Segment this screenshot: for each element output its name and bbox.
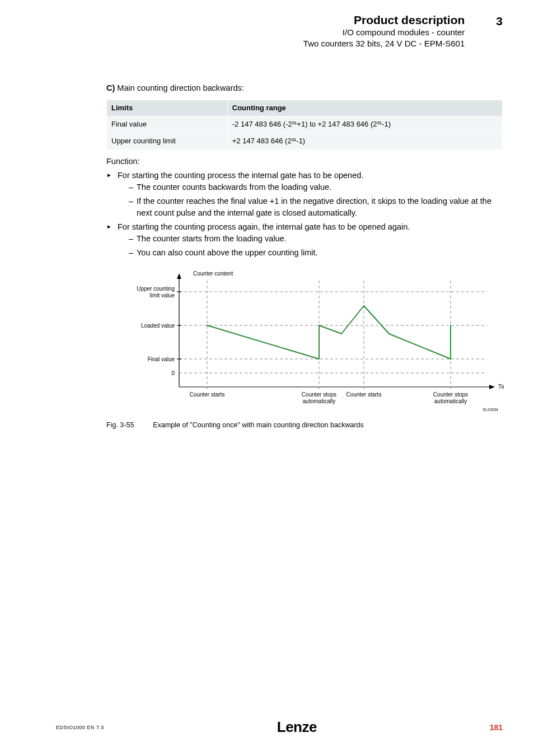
bullet-main: For starting the counting process the in… [118, 171, 363, 180]
page-header: Product description I/O compound modules… [56, 13, 503, 50]
chart-ylabel-title: Counter content [193, 270, 233, 277]
function-label: Function: [106, 156, 503, 167]
table-header-range: Counting range [227, 100, 502, 116]
lenze-logo: Lenze [277, 718, 317, 736]
figure-3-55: Counter content Upper counting limit val… [106, 267, 503, 430]
bullet-sub: The counter counts backwards from the lo… [129, 181, 503, 193]
footer-doc-id: EDSIO1000 EN 7.0 [56, 725, 104, 730]
section-c-heading: C) Main counting direction backwards: [106, 82, 503, 94]
svg-marker-1 [177, 273, 181, 279]
bullet-sub: The counter starts from the loading valu… [129, 233, 503, 245]
function-bullets: For starting the counting process the in… [106, 170, 503, 259]
chart-ylabel-upper-line1: Upper counting [137, 286, 175, 292]
figure-caption-text: Example of "Counting once" with main cou… [153, 420, 363, 430]
header-title: Product description [303, 13, 465, 27]
section-c-label: C) [106, 83, 115, 92]
chart-ylabel-loaded: Loaded value [141, 323, 175, 329]
header-subtitle-1: I/O compound modules - counter [303, 27, 465, 38]
header-chapter-number: 3 [496, 15, 503, 28]
figure-caption: Fig. 3-55 Example of "Counting once" wit… [106, 420, 503, 430]
bullet-sub: If the counter reaches the final value +… [129, 195, 503, 219]
bullet-item: For starting the counting process again,… [106, 221, 503, 259]
table-row: Upper counting limit +2 147 483 646 (2³¹… [107, 133, 503, 150]
table-header-limits: Limits [107, 100, 228, 116]
bullet-item: For starting the counting process the in… [106, 170, 503, 219]
header-subtitle-2: Two counters 32 bits, 24 V DC - EPM-S601 [303, 38, 465, 49]
page-number: 181 [490, 723, 503, 732]
chart-ylabel-final: Final value [148, 356, 175, 362]
chart-ylabel-zero: 0 [171, 370, 175, 376]
chart-event-stop1-l2: automatically [303, 398, 335, 404]
chart-event-stop1-l1: Counter stops [302, 391, 336, 398]
table-cell-range: -2 147 483 646 (-2³¹+1) to +2 147 483 64… [227, 116, 502, 133]
chart-event-start2: Counter starts [346, 391, 382, 398]
section-c-text: Main counting direction backwards: [115, 83, 244, 92]
limits-table: Limits Counting range Final value -2 147… [106, 100, 503, 151]
chart-xlabel-time: Time [498, 384, 504, 390]
chart-ylabel-upper-line2: limit value [150, 292, 175, 298]
chart-event-stop2-l2: automatically [434, 398, 467, 404]
table-cell-range: +2 147 483 646 (2³¹-1) [227, 133, 502, 150]
figure-caption-number: Fig. 3-55 [106, 420, 134, 430]
chart-event-stop2-l1: Counter stops [433, 391, 468, 398]
main-content: C) Main counting direction backwards: Li… [56, 82, 503, 431]
chart-svg: Counter content Upper counting limit val… [106, 267, 504, 412]
bullet-main: For starting the counting process again,… [118, 222, 410, 231]
chart-event-start1: Counter starts [190, 391, 225, 398]
table-cell-limit: Final value [107, 116, 228, 133]
figure-id: SLIO034 [483, 408, 498, 412]
bullet-sub: You can also count above the upper count… [129, 247, 503, 259]
table-cell-limit: Upper counting limit [107, 133, 228, 150]
table-row: Final value -2 147 483 646 (-2³¹+1) to +… [107, 116, 503, 133]
page-footer: EDSIO1000 EN 7.0 Lenze 181 [0, 718, 534, 736]
svg-marker-3 [489, 385, 495, 389]
